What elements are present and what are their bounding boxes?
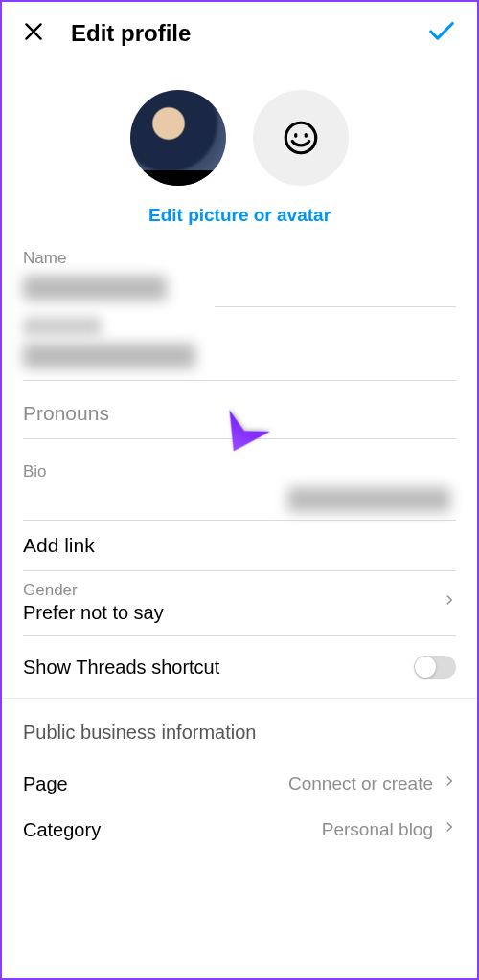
- chevron-right-icon: [443, 770, 456, 797]
- add-link-label: Add link: [23, 534, 95, 557]
- threads-label: Show Threads shortcut: [23, 657, 219, 679]
- category-row[interactable]: Category Personal blog: [23, 811, 456, 857]
- close-icon[interactable]: [21, 19, 46, 48]
- confirm-icon[interactable]: [425, 15, 458, 52]
- profile-picture[interactable]: [130, 90, 226, 186]
- bio-label: Bio: [23, 462, 456, 481]
- page-label: Page: [23, 773, 68, 795]
- page-value: Connect or create: [288, 773, 433, 794]
- bio-field[interactable]: [23, 487, 456, 512]
- edit-picture-link[interactable]: Edit picture or avatar: [2, 205, 477, 226]
- threads-shortcut-row: Show Threads shortcut: [23, 636, 456, 698]
- category-label: Category: [23, 819, 101, 841]
- gender-row[interactable]: Gender Prefer not to say: [23, 571, 456, 635]
- chevron-right-icon: [443, 590, 456, 616]
- gender-value: Prefer not to say: [23, 602, 164, 624]
- avatar-placeholder[interactable]: [253, 90, 349, 186]
- page-title: Edit profile: [71, 20, 191, 47]
- threads-toggle[interactable]: [414, 656, 456, 679]
- name-label: Name: [23, 249, 456, 268]
- svg-point-2: [285, 122, 316, 153]
- chevron-right-icon: [443, 816, 456, 843]
- category-value: Personal blog: [322, 819, 433, 840]
- gender-label: Gender: [23, 581, 164, 600]
- add-link-row[interactable]: Add link: [23, 521, 456, 570]
- avatar-face-icon: [281, 118, 321, 158]
- public-business-header: Public business information: [23, 699, 456, 757]
- name-field[interactable]: [23, 272, 456, 304]
- page-row[interactable]: Page Connect or create: [23, 757, 456, 811]
